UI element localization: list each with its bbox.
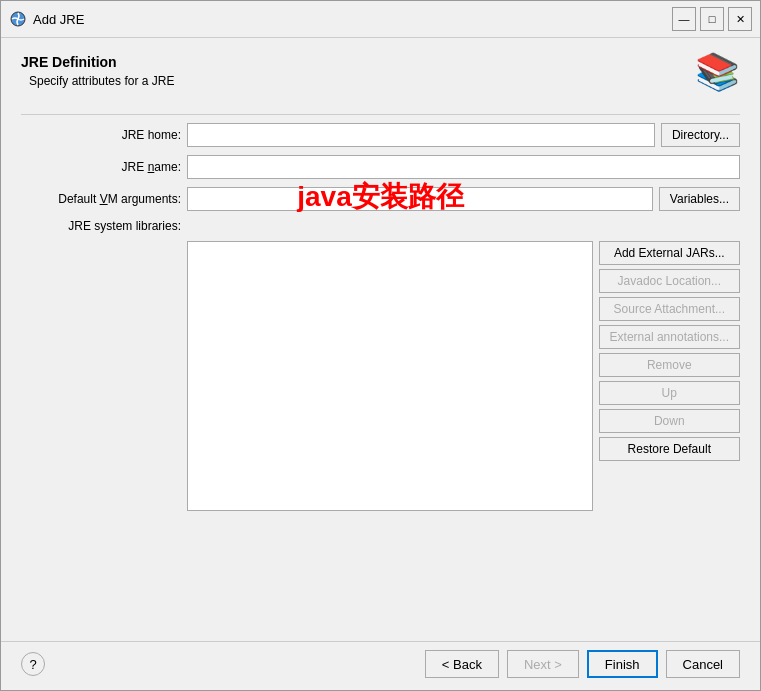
libraries-label: JRE system libraries:	[21, 219, 181, 233]
vm-args-row: Default VM arguments: Variables...	[21, 187, 740, 211]
libraries-list[interactable]	[187, 241, 593, 511]
jre-name-row: JRE name:	[21, 155, 740, 179]
vm-args-input[interactable]	[187, 187, 653, 211]
down-button[interactable]: Down	[599, 409, 740, 433]
jre-home-label: JRE home:	[21, 128, 181, 142]
minimize-button[interactable]: —	[672, 7, 696, 31]
library-buttons: Add External JARs... Javadoc Location...…	[599, 241, 740, 461]
maximize-button[interactable]: □	[700, 7, 724, 31]
libraries-area: Add External JARs... Javadoc Location...…	[21, 241, 740, 631]
header-divider	[21, 114, 740, 115]
remove-button[interactable]: Remove	[599, 353, 740, 377]
variables-button[interactable]: Variables...	[659, 187, 740, 211]
header-text: JRE Definition Specify attributes for a …	[21, 54, 174, 88]
back-button[interactable]: < Back	[425, 650, 499, 678]
window-controls: — □ ✕	[672, 7, 752, 31]
form-area: JRE home: Directory... JRE name: Default…	[21, 123, 740, 631]
window-icon	[9, 10, 27, 28]
source-attachment-button[interactable]: Source Attachment...	[599, 297, 740, 321]
jre-name-input[interactable]	[187, 155, 740, 179]
jre-home-input[interactable]	[187, 123, 655, 147]
header-subtitle: Specify attributes for a JRE	[29, 74, 174, 88]
main-window: Add JRE — □ ✕ JRE Definition Specify att…	[0, 0, 761, 691]
close-button[interactable]: ✕	[728, 7, 752, 31]
restore-default-button[interactable]: Restore Default	[599, 437, 740, 461]
libraries-label-row: JRE system libraries:	[21, 219, 740, 233]
add-external-jars-button[interactable]: Add External JARs...	[599, 241, 740, 265]
help-button[interactable]: ?	[21, 652, 45, 676]
jre-home-row: JRE home: Directory...	[21, 123, 740, 147]
finish-button[interactable]: Finish	[587, 650, 658, 678]
jre-name-label: JRE name:	[21, 160, 181, 174]
vm-args-label: Default VM arguments:	[21, 192, 181, 206]
header-title: JRE Definition	[21, 54, 174, 70]
title-bar: Add JRE — □ ✕	[1, 1, 760, 38]
navigation-buttons: < Back Next > Finish Cancel	[425, 650, 740, 678]
up-button[interactable]: Up	[599, 381, 740, 405]
content-area: JRE Definition Specify attributes for a …	[1, 38, 760, 641]
next-button[interactable]: Next >	[507, 650, 579, 678]
window-title: Add JRE	[33, 12, 672, 27]
bottom-bar: ? < Back Next > Finish Cancel	[1, 641, 760, 690]
directory-button[interactable]: Directory...	[661, 123, 740, 147]
header-area: JRE Definition Specify attributes for a …	[21, 54, 740, 90]
help-area: ?	[21, 652, 45, 676]
header-icon: 📚	[695, 54, 740, 90]
cancel-button[interactable]: Cancel	[666, 650, 740, 678]
javadoc-location-button[interactable]: Javadoc Location...	[599, 269, 740, 293]
external-annotations-button[interactable]: External annotations...	[599, 325, 740, 349]
